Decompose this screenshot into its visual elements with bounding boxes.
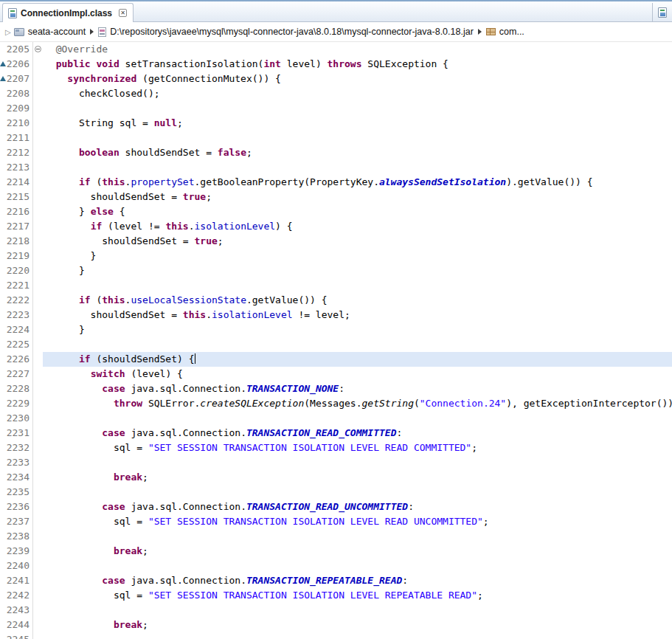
line-number[interactable]: 2217 xyxy=(4,219,32,234)
fold-margin[interactable] xyxy=(32,42,43,57)
code-line[interactable]: 2243 xyxy=(0,603,672,618)
code-line[interactable]: 2209 xyxy=(0,101,672,116)
line-number[interactable]: 2232 xyxy=(4,441,32,455)
breadcrumb-item[interactable]: seata-account xyxy=(14,27,86,37)
breadcrumb-item[interactable]: com... xyxy=(486,27,524,37)
breadcrumb-expander-icon[interactable]: ▷ xyxy=(5,28,11,36)
code-line[interactable]: 2217 if (level != this.isolationLevel) { xyxy=(0,219,672,234)
fold-margin xyxy=(32,160,43,175)
code-line[interactable]: 2240 xyxy=(0,559,672,573)
line-number[interactable]: 2211 xyxy=(4,131,32,145)
line-number[interactable]: 2234 xyxy=(4,470,32,485)
code-line[interactable]: 2223 shouldSendSet = this.isolationLevel… xyxy=(0,308,672,322)
fold-margin xyxy=(32,588,43,603)
secondary-editor-group-tab[interactable] xyxy=(652,3,672,21)
code-line[interactable]: 2237 sql = "SET SESSION TRANSACTION ISOL… xyxy=(0,514,672,529)
code-line[interactable]: 2215 shouldSendSet = true; xyxy=(0,190,672,204)
line-number[interactable]: 2231 xyxy=(4,426,32,441)
line-number[interactable]: 2218 xyxy=(4,234,32,249)
fold-margin xyxy=(32,219,43,234)
line-number[interactable]: 2210 xyxy=(4,116,32,131)
line-number[interactable]: 2239 xyxy=(4,544,32,559)
code-line[interactable]: 2211 xyxy=(0,131,672,145)
code-line[interactable]: 2221 xyxy=(0,278,672,293)
line-number[interactable]: 2207 xyxy=(4,72,32,86)
code-line[interactable]: 2232 sql = "SET SESSION TRANSACTION ISOL… xyxy=(0,441,672,455)
code-line[interactable]: 2238 xyxy=(0,529,672,544)
line-number[interactable]: 2208 xyxy=(4,86,32,101)
line-number[interactable]: 2225 xyxy=(4,337,32,352)
code-line[interactable]: 2236 case java.sql.Connection.TRANSACTIO… xyxy=(0,500,672,514)
code-line[interactable]: 2235 xyxy=(0,485,672,500)
line-number[interactable]: 2236 xyxy=(4,500,32,514)
line-number[interactable]: 2237 xyxy=(4,514,32,529)
code-line[interactable]: 2224 } xyxy=(0,322,672,337)
code-line[interactable]: 2207 synchronized (getConnectionMutex())… xyxy=(0,72,672,86)
line-number[interactable]: 2212 xyxy=(4,145,32,160)
line-number[interactable]: 2215 xyxy=(4,190,32,204)
code-line[interactable]: 2220 } xyxy=(0,263,672,278)
code-line[interactable]: 2239 break; xyxy=(0,544,672,559)
line-number[interactable]: 2205 xyxy=(4,42,32,57)
line-number[interactable]: 2206 xyxy=(4,57,32,72)
line-number[interactable]: 2228 xyxy=(4,381,32,396)
code-line[interactable]: 2212 boolean shouldSendSet = false; xyxy=(0,145,672,160)
code-line[interactable]: 2244 break; xyxy=(0,618,672,632)
code-line[interactable]: 2214 if (this.propertySet.getBooleanProp… xyxy=(0,175,672,190)
line-number[interactable]: 2244 xyxy=(4,618,32,632)
line-number[interactable]: 2241 xyxy=(4,573,32,588)
code-line[interactable]: 2231 case java.sql.Connection.TRANSACTIO… xyxy=(0,426,672,441)
line-number[interactable]: 2235 xyxy=(4,485,32,500)
line-number[interactable]: 2222 xyxy=(4,293,32,308)
code-line[interactable]: 2213 xyxy=(0,160,672,175)
line-number[interactable]: 2219 xyxy=(4,249,32,263)
code-line[interactable]: 2216 } else { xyxy=(0,204,672,219)
line-number[interactable]: 2221 xyxy=(4,278,32,293)
line-number[interactable]: 2220 xyxy=(4,263,32,278)
breadcrumb-item[interactable]: D:\repositorys\javaee\mysql\mysql-connec… xyxy=(98,27,474,37)
line-number[interactable]: 2233 xyxy=(4,455,32,470)
line-number[interactable]: 2229 xyxy=(4,396,32,411)
marker-ruler xyxy=(0,588,4,603)
code-line[interactable]: 2234 break; xyxy=(0,470,672,485)
code-line[interactable]: 2210 String sql = null; xyxy=(0,116,672,131)
code-line[interactable]: 2205 @Override xyxy=(0,42,672,57)
tab-connectionimpl-class[interactable]: ConnectionImpl.class ✕ xyxy=(2,3,134,22)
line-number[interactable]: 2230 xyxy=(4,411,32,426)
collapse-icon[interactable] xyxy=(35,46,41,52)
code-line[interactable]: 2228 case java.sql.Connection.TRANSACTIO… xyxy=(0,381,672,396)
code-line[interactable]: 2225 xyxy=(0,337,672,352)
code-line[interactable]: 2242 sql = "SET SESSION TRANSACTION ISOL… xyxy=(0,588,672,603)
code-line[interactable]: 2208 checkClosed(); xyxy=(0,86,672,101)
code-line[interactable]: 2218 shouldSendSet = true; xyxy=(0,234,672,249)
code-line[interactable]: 2233 xyxy=(0,455,672,470)
line-number[interactable]: 2223 xyxy=(4,308,32,322)
code-line[interactable]: 2226 if (shouldSendSet) { xyxy=(0,352,672,367)
marker-ruler xyxy=(0,175,4,190)
line-number[interactable]: 2245 xyxy=(4,632,32,639)
line-number[interactable]: 2213 xyxy=(4,160,32,175)
code-line[interactable]: 2241 case java.sql.Connection.TRANSACTIO… xyxy=(0,573,672,588)
line-number[interactable]: 2209 xyxy=(4,101,32,116)
project-icon xyxy=(14,28,24,36)
code-line[interactable]: 2222 if (this.useLocalSessionState.getVa… xyxy=(0,293,672,308)
code-line[interactable]: 2227 switch (level) { xyxy=(0,367,672,381)
fold-margin xyxy=(32,514,43,529)
code-line[interactable]: 2219 } xyxy=(0,249,672,263)
line-number[interactable]: 2238 xyxy=(4,529,32,544)
code-line[interactable]: 2245 xyxy=(0,632,672,639)
line-number[interactable]: 2224 xyxy=(4,322,32,337)
line-number[interactable]: 2243 xyxy=(4,603,32,618)
code-text: break; xyxy=(43,618,672,632)
code-line[interactable]: 2229 throw SQLError.createSQLException(M… xyxy=(0,396,672,411)
line-number[interactable]: 2227 xyxy=(4,367,32,381)
line-number[interactable]: 2226 xyxy=(4,352,32,367)
class-file-icon xyxy=(658,7,667,18)
code-line[interactable]: 2230 xyxy=(0,411,672,426)
tab-close-icon[interactable]: ✕ xyxy=(119,9,127,17)
code-line[interactable]: 2206 public void setTransactionIsolation… xyxy=(0,57,672,72)
line-number[interactable]: 2214 xyxy=(4,175,32,190)
line-number[interactable]: 2240 xyxy=(4,559,32,573)
line-number[interactable]: 2216 xyxy=(4,204,32,219)
line-number[interactable]: 2242 xyxy=(4,588,32,603)
